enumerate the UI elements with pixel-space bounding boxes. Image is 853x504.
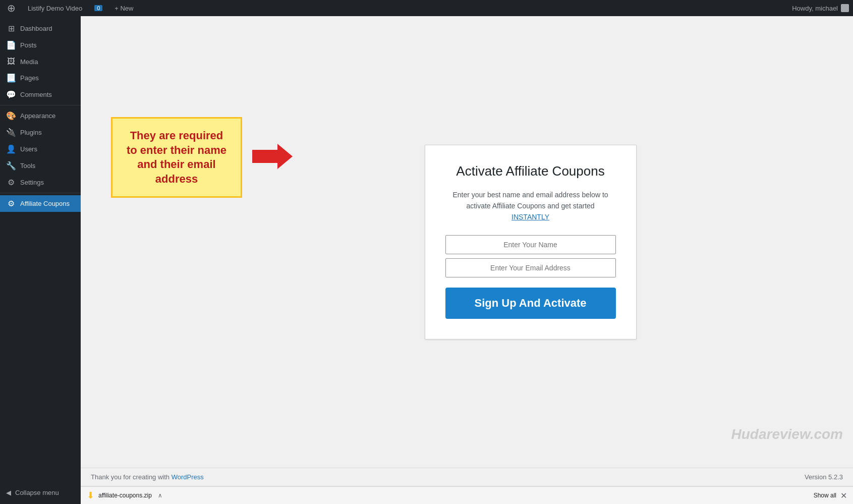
modal-card: Activate Affiliate Coupons Enter your be… — [425, 144, 637, 339]
appearance-icon: 🎨 — [6, 111, 16, 121]
sidebar-item-dashboard[interactable]: ⊞ Dashboard — [0, 20, 81, 37]
howdy-text: Howdy, michael — [792, 5, 838, 12]
avatar — [841, 4, 849, 12]
footer-version: Version 5.2.3 — [805, 473, 843, 481]
modal-description: Enter your best name and email address b… — [445, 189, 616, 222]
sidebar: ⊞ Dashboard 📄 Posts 🖼 Media 📃 Pages 💬 Co… — [0, 16, 81, 504]
sidebar-item-plugins[interactable]: 🔌 Plugins — [0, 124, 81, 141]
email-input[interactable] — [445, 258, 616, 277]
footer-thank-you: Thank you for creating with — [91, 473, 169, 481]
admin-bar-left: ⊕ Listify Demo Video 0 + New — [4, 0, 786, 16]
sidebar-label-pages: Pages — [20, 74, 39, 82]
sidebar-item-comments[interactable]: 💬 Comments — [0, 86, 81, 103]
media-icon: 🖼 — [6, 57, 16, 66]
settings-icon: ⚙ — [6, 178, 16, 187]
sidebar-item-media[interactable]: 🖼 Media — [0, 53, 81, 70]
callout-container: They are required to enter their name an… — [111, 117, 293, 198]
sidebar-item-pages[interactable]: 📃 Pages — [0, 70, 81, 86]
sidebar-label-plugins: Plugins — [20, 129, 42, 136]
sidebar-label-tools: Tools — [20, 162, 35, 170]
signup-activate-button[interactable]: Sign Up And Activate — [445, 288, 616, 319]
plugins-icon: 🔌 — [6, 128, 16, 137]
page-content: They are required to enter their name an… — [81, 16, 853, 468]
callout-box: They are required to enter their name an… — [111, 117, 242, 198]
sidebar-item-affiliate-coupons[interactable]: ⚙ Affiliate Coupons — [0, 195, 81, 212]
footer-wp-link[interactable]: WordPress — [172, 473, 204, 481]
sidebar-label-users: Users — [20, 145, 37, 153]
collapse-icon: ◀ — [6, 489, 11, 496]
affiliate-coupons-icon: ⚙ — [6, 199, 16, 208]
main-layout: ⊞ Dashboard 📄 Posts 🖼 Media 📃 Pages 💬 Co… — [0, 16, 853, 504]
sidebar-divider-2 — [0, 193, 81, 193]
sidebar-label-posts: Posts — [20, 41, 37, 49]
sidebar-bottom: ◀ Collapse menu — [0, 485, 81, 504]
sidebar-item-settings[interactable]: ⚙ Settings — [0, 174, 81, 191]
show-all-label[interactable]: Show all — [814, 492, 836, 499]
modal-description-text: Enter your best name and email address b… — [452, 190, 608, 209]
footer-text: Thank you for creating with WordPress — [91, 473, 204, 481]
download-bar-right: Show all ✕ — [814, 491, 847, 500]
sidebar-label-dashboard: Dashboard — [20, 25, 52, 32]
sidebar-item-posts[interactable]: 📄 Posts — [0, 37, 81, 53]
collapse-label: Collapse menu — [15, 489, 59, 496]
name-input[interactable] — [445, 235, 616, 254]
download-close-button[interactable]: ✕ — [840, 491, 847, 500]
watermark: Hudareview.com — [731, 426, 843, 442]
sidebar-item-appearance[interactable]: 🎨 Appearance — [0, 107, 81, 124]
admin-bar-right: Howdy, michael — [792, 4, 849, 12]
download-chevron-icon[interactable]: ∧ — [156, 492, 164, 499]
admin-bar-new[interactable]: + New — [111, 0, 136, 16]
sidebar-label-affiliate-coupons: Affiliate Coupons — [20, 200, 70, 207]
download-bar: ⬇ affiliate-coupons.zip ∧ Show all ✕ — [81, 486, 853, 504]
sidebar-divider-1 — [0, 105, 81, 105]
admin-bar-site-name[interactable]: Listify Demo Video — [25, 0, 85, 16]
sidebar-label-media: Media — [20, 58, 38, 66]
wp-footer: Thank you for creating with WordPress Ve… — [81, 468, 853, 486]
wp-logo-icon[interactable]: ⊕ — [4, 0, 19, 16]
dashboard-icon: ⊞ — [6, 24, 16, 33]
sidebar-label-appearance: Appearance — [20, 112, 55, 120]
arrow-right-icon — [252, 144, 293, 171]
pages-icon: 📃 — [6, 73, 16, 83]
callout-text: They are required to enter their name an… — [127, 129, 226, 185]
comments-icon: 💬 — [6, 90, 16, 99]
modal-title: Activate Affiliate Coupons — [445, 163, 616, 179]
admin-bar-comments[interactable]: 0 — [91, 0, 105, 16]
svg-marker-0 — [252, 144, 293, 169]
admin-bar: ⊕ Listify Demo Video 0 + New Howdy, mich… — [0, 0, 853, 16]
comments-count: 0 — [94, 5, 102, 11]
sidebar-item-tools[interactable]: 🔧 Tools — [0, 157, 81, 174]
collapse-menu-button[interactable]: ◀ Collapse menu — [0, 485, 81, 500]
sidebar-label-settings: Settings — [20, 179, 44, 186]
sidebar-label-comments: Comments — [20, 91, 52, 98]
download-filename: affiliate-coupons.zip — [98, 492, 152, 499]
posts-icon: 📄 — [6, 40, 16, 50]
tools-icon: 🔧 — [6, 161, 16, 171]
sidebar-item-users[interactable]: 👤 Users — [0, 141, 81, 157]
instantly-link[interactable]: INSTANTLY — [511, 213, 549, 221]
download-file-icon: ⬇ — [87, 490, 94, 501]
content-area: They are required to enter their name an… — [81, 16, 853, 504]
users-icon: 👤 — [6, 144, 16, 154]
